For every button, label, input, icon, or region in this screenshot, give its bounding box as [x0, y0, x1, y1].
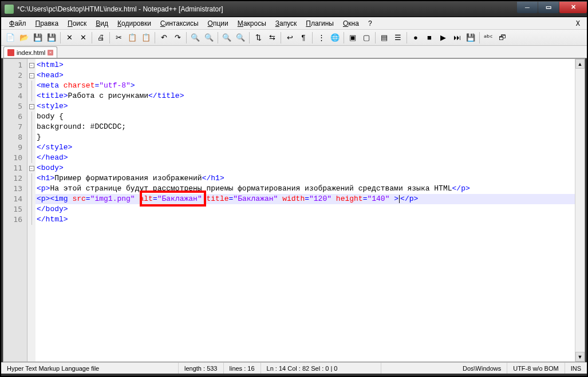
fold-cell[interactable]	[27, 81, 35, 91]
replace-icon[interactable]: 🔍	[203, 31, 215, 44]
fold-toggle-icon[interactable]: −	[29, 63, 34, 68]
copy-icon[interactable]: 📋	[126, 31, 139, 44]
minimize-button[interactable]: ─	[517, 2, 538, 13]
stop-icon[interactable]: ■	[423, 31, 436, 44]
scroll-up-icon[interactable]: ▲	[575, 59, 585, 69]
toolbar-separator	[312, 32, 313, 43]
cut-icon[interactable]: ✂	[112, 31, 125, 44]
close-file-icon[interactable]: ✕	[63, 31, 76, 44]
fold-cell[interactable]	[27, 112, 35, 122]
save-file-icon[interactable]: 💾	[31, 31, 44, 44]
menu-поиск[interactable]: Поиск	[63, 18, 91, 29]
fold-cell[interactable]	[27, 142, 35, 153]
menu-файл[interactable]: Файл	[5, 18, 31, 29]
indent-guide-icon[interactable]: ⋮	[315, 31, 327, 44]
close-all-icon[interactable]: ✕	[77, 31, 89, 44]
code-line[interactable]: body {	[35, 112, 575, 122]
fold-cell[interactable]	[27, 215, 35, 225]
fold-toggle-icon[interactable]: −	[29, 104, 34, 109]
toolbar-separator	[249, 32, 250, 43]
menu-синтаксисы[interactable]: Синтаксисы	[156, 18, 203, 29]
vertical-scrollbar[interactable]: ▲ ▼	[575, 59, 585, 362]
tab-label: index.html	[17, 49, 45, 56]
func-list-icon[interactable]: ☰	[392, 31, 404, 44]
menu-запуск[interactable]: Запуск	[271, 18, 302, 29]
code-line[interactable]: </html>	[35, 215, 575, 225]
fold-cell[interactable]	[27, 132, 35, 142]
doc-map-icon[interactable]: ▤	[378, 31, 390, 44]
menu-close-x[interactable]: X	[573, 19, 583, 27]
menu-?[interactable]: ?	[364, 18, 377, 29]
fold-cell[interactable]	[27, 122, 35, 132]
code-line[interactable]: <p><img src="img1.png" alt="Баклажан" ti…	[35, 194, 575, 204]
open-file-icon[interactable]: 📂	[18, 31, 30, 44]
record-icon[interactable]: ●	[409, 31, 422, 44]
sync-h-icon[interactable]: ⇆	[266, 31, 278, 44]
sync-v-icon[interactable]: ⇅	[252, 31, 265, 44]
fold-toggle-icon[interactable]: −	[29, 73, 34, 78]
find-icon[interactable]: 🔍	[189, 31, 202, 44]
fold-cell[interactable]: −	[27, 101, 35, 112]
fold-cell[interactable]: −	[27, 163, 35, 173]
fold-cell[interactable]: −	[27, 60, 35, 70]
spellcheck-icon[interactable]: ᵃᵇᶜ	[482, 31, 495, 44]
code-line[interactable]: </style>	[35, 142, 575, 153]
menu-кодировки[interactable]: Кодировки	[113, 18, 156, 29]
menu-окна[interactable]: Окна	[338, 18, 364, 29]
code-line[interactable]: }	[35, 132, 575, 142]
play-icon[interactable]: ▶	[437, 31, 449, 44]
code-area[interactable]: <html><head><meta charset="utf-8"><title…	[35, 59, 575, 362]
zoom-out-icon[interactable]: 🔍	[234, 31, 247, 44]
line-number: 12	[3, 173, 27, 184]
lang-icon[interactable]: 🌐	[329, 31, 341, 44]
fold-cell[interactable]	[27, 204, 35, 215]
code-line[interactable]: <style>	[35, 101, 575, 112]
save-macro-icon[interactable]: 💾	[464, 31, 477, 44]
fold-cell[interactable]	[27, 173, 35, 184]
menu-правка[interactable]: Правка	[31, 18, 64, 29]
toolbar-separator	[344, 32, 344, 43]
tab-index-html[interactable]: index.html ×	[3, 46, 57, 58]
scroll-down-icon[interactable]: ▼	[575, 352, 585, 362]
close-button[interactable]: ✕	[559, 2, 587, 13]
line-number: 14	[3, 194, 27, 204]
code-line[interactable]: <h1>Пример форматирования изображений</h…	[35, 173, 575, 184]
code-line[interactable]: <html>	[35, 60, 575, 70]
code-line[interactable]: <head>	[35, 70, 575, 81]
fold-all-icon[interactable]: ▣	[346, 31, 359, 44]
code-line[interactable]: <title>Работа с рисунками</title>	[35, 91, 575, 101]
code-line[interactable]: <p>На этой странице будут рассмотрены пр…	[35, 184, 575, 194]
menu-макросы[interactable]: Макросы	[233, 18, 271, 29]
code-line[interactable]: <meta charset="utf-8">	[35, 81, 575, 91]
scroll-track[interactable]	[575, 69, 585, 352]
code-line[interactable]: <body>	[35, 163, 575, 173]
fold-cell[interactable]	[27, 153, 35, 163]
undo-icon[interactable]: ↶	[157, 31, 170, 44]
wrap-icon[interactable]: ↩	[283, 31, 296, 44]
zoom-in-icon[interactable]: 🔍	[220, 31, 233, 44]
fold-cell[interactable]	[27, 194, 35, 204]
fold-line	[31, 142, 32, 153]
code-line[interactable]: </body>	[35, 204, 575, 215]
show-all-icon[interactable]: ¶	[297, 31, 310, 44]
code-line[interactable]: </head>	[35, 153, 575, 163]
fold-cell[interactable]	[27, 184, 35, 194]
line-number: 10	[3, 153, 27, 163]
maximize-button[interactable]: ▭	[538, 2, 559, 13]
menu-опции[interactable]: Опции	[203, 18, 233, 29]
menu-плагины[interactable]: Плагины	[301, 18, 338, 29]
save-all-icon[interactable]: 💾	[45, 31, 58, 44]
tab-close-icon[interactable]: ×	[48, 50, 53, 55]
fold-toggle-icon[interactable]: −	[29, 166, 34, 171]
fold-cell[interactable]: −	[27, 70, 35, 81]
redo-icon[interactable]: ↷	[171, 31, 184, 44]
fold-cell[interactable]	[27, 91, 35, 101]
code-line[interactable]: background: #DCDCDC;	[35, 122, 575, 132]
play-multi-icon[interactable]: ⏭	[451, 31, 463, 44]
paste-icon[interactable]: 📋	[140, 31, 152, 44]
new-file-icon[interactable]: 📄	[4, 31, 17, 44]
doc-switch-icon[interactable]: 🗗	[496, 31, 508, 44]
unfold-all-icon[interactable]: ▢	[360, 31, 373, 44]
print-icon[interactable]: 🖨	[94, 31, 107, 44]
menu-вид[interactable]: Вид	[91, 18, 113, 29]
